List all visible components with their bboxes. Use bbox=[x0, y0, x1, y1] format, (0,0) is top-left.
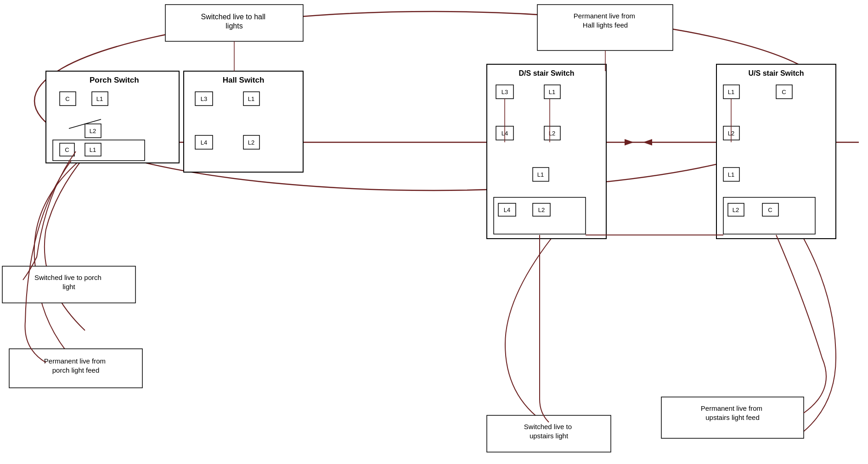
wiring-diagram: Switched live to hall lights Permanent l… bbox=[0, 0, 868, 464]
porch-l1-upper: L1 bbox=[96, 95, 103, 102]
ds-l4-lower: L4 bbox=[504, 207, 510, 213]
porch-c-upper: C bbox=[65, 95, 69, 102]
us-l1: L1 bbox=[728, 89, 734, 95]
porch-l2-upper: L2 bbox=[90, 128, 96, 134]
svg-marker-5 bbox=[643, 139, 652, 145]
porch-c-lower: C bbox=[65, 146, 69, 153]
us-l1-lower: L1 bbox=[728, 171, 734, 178]
ds-stair-switch-title: D/S stair Switch bbox=[519, 69, 575, 77]
hall-switch-title: Hall Switch bbox=[223, 76, 265, 84]
svg-marker-4 bbox=[625, 139, 634, 145]
porch-l1-lower: L1 bbox=[90, 146, 96, 153]
us-c-lower: C bbox=[768, 207, 772, 213]
hall-l1: L1 bbox=[248, 95, 254, 102]
hall-l3: L3 bbox=[201, 95, 207, 102]
ds-l1: L1 bbox=[549, 89, 555, 95]
hall-l4: L4 bbox=[201, 139, 207, 146]
hall-l2: L2 bbox=[248, 139, 254, 146]
ds-l3: L3 bbox=[502, 89, 508, 95]
svg-rect-23 bbox=[184, 71, 303, 172]
us-stair-switch-title: U/S stair Switch bbox=[749, 69, 804, 77]
ds-l1-lower: L1 bbox=[537, 171, 544, 178]
porch-switch-title: Porch Switch bbox=[90, 76, 139, 84]
us-l2-lower: L2 bbox=[733, 207, 739, 213]
ds-l2-lower: L2 bbox=[538, 207, 545, 213]
us-c-upper: C bbox=[782, 89, 786, 95]
